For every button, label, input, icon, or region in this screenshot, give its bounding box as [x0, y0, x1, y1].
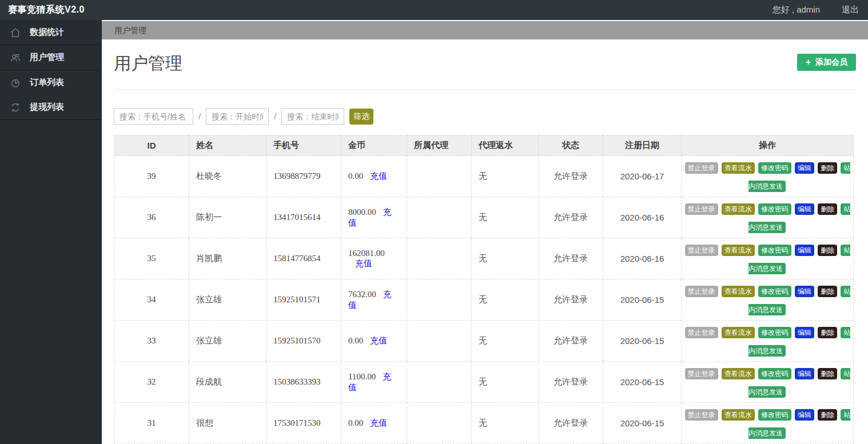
- topbar-right: 您好 , admin 退出: [773, 5, 868, 15]
- action-view-flow[interactable]: 查看流水: [722, 203, 755, 215]
- cell-name: 杜晓冬: [189, 156, 266, 197]
- refresh-icon: [10, 102, 21, 113]
- action-change-password[interactable]: 修改密码: [758, 368, 791, 379]
- action-view-flow[interactable]: 查看流水: [722, 162, 755, 174]
- cell-phone: 15814776854: [266, 238, 341, 279]
- coins-value: 0.00: [348, 336, 363, 345]
- action-ban-login[interactable]: 禁止登录: [685, 245, 718, 256]
- action-edit[interactable]: 编辑: [795, 162, 814, 174]
- col-header-status: 状态: [539, 135, 603, 156]
- action-ban-login[interactable]: 禁止登录: [685, 162, 718, 174]
- cell-coins: 1100.00充值: [341, 362, 407, 403]
- action-change-password[interactable]: 修改密码: [758, 162, 791, 174]
- coins-value: 162081.00: [348, 249, 385, 258]
- action-ban-login[interactable]: 禁止登录: [685, 286, 718, 297]
- table-row: 32 段成航 15038633393 1100.00充值 无 允许登录 2020…: [114, 362, 854, 403]
- cell-phone: 13417015614: [266, 197, 341, 238]
- add-member-label: 添加会员: [815, 57, 847, 67]
- action-edit[interactable]: 编辑: [795, 203, 814, 215]
- actions-cell: 禁止登录 查看流水 修改密码 编辑 删除 站内消息发送: [682, 321, 854, 362]
- cell-date: 2020-06-15: [603, 321, 682, 362]
- action-change-password[interactable]: 修改密码: [758, 286, 791, 297]
- sidebar-item-orders[interactable]: 订单列表: [0, 70, 102, 95]
- cell-coins: 0.00充值: [341, 321, 407, 362]
- action-edit[interactable]: 编辑: [795, 409, 814, 421]
- action-change-password[interactable]: 修改密码: [758, 327, 791, 338]
- action-view-flow[interactable]: 查看流水: [722, 327, 755, 338]
- cell-rebate: 无: [472, 238, 539, 279]
- actions-cell: 禁止登录 查看流水 修改密码 编辑 删除 站内消息发送: [682, 156, 854, 197]
- cell-agent: [407, 238, 472, 279]
- action-ban-login[interactable]: 禁止登录: [685, 368, 718, 379]
- action-delete[interactable]: 删除: [818, 162, 837, 174]
- cell-coins: 162081.00充值: [341, 238, 407, 279]
- cell-rebate: 无: [472, 279, 539, 321]
- separator-slash: /: [274, 111, 276, 121]
- action-view-flow[interactable]: 查看流水: [722, 368, 755, 379]
- cell-name: 陈初一: [189, 197, 266, 238]
- search-start-date-input[interactable]: [206, 108, 269, 125]
- cell-name: 肖凯鹏: [189, 238, 266, 279]
- sidebar-item-label: 提现列表: [30, 102, 64, 113]
- table-row: 35 肖凯鹏 15814776854 162081.00充值 无 允许登录 20…: [114, 238, 854, 279]
- col-header-coins: 金币: [341, 135, 407, 156]
- recharge-link[interactable]: 充值: [355, 259, 372, 268]
- cell-status: 允许登录: [539, 238, 603, 279]
- action-edit[interactable]: 编辑: [795, 245, 814, 256]
- recharge-link[interactable]: 充值: [370, 418, 387, 427]
- title-divider: [114, 89, 856, 90]
- user-table-body: 39 杜晓冬 13698879779 0.00充值 无 允许登录 2020-06…: [114, 156, 854, 444]
- sidebar-item-withdrawals[interactable]: 提现列表: [0, 95, 102, 119]
- recharge-link[interactable]: 充值: [370, 336, 387, 345]
- table-row: 36 陈初一 13417015614 8000.00充值 无 允许登录 2020…: [114, 197, 854, 238]
- col-header-rebate: 代理返水: [472, 135, 539, 156]
- add-member-button[interactable]: + 添加会员: [797, 54, 856, 71]
- action-view-flow[interactable]: 查看流水: [722, 286, 755, 297]
- recharge-link[interactable]: 充值: [370, 171, 387, 181]
- action-edit[interactable]: 编辑: [795, 327, 814, 338]
- cell-id: 36: [114, 197, 189, 238]
- action-ban-login[interactable]: 禁止登录: [685, 203, 718, 215]
- action-ban-login[interactable]: 禁止登录: [685, 409, 718, 421]
- action-edit[interactable]: 编辑: [795, 368, 814, 379]
- cell-date: 2020-06-17: [603, 156, 682, 197]
- col-header-actions: 操作: [682, 135, 854, 156]
- action-view-flow[interactable]: 查看流水: [722, 409, 755, 421]
- action-change-password[interactable]: 修改密码: [758, 409, 791, 421]
- action-delete[interactable]: 删除: [818, 368, 837, 379]
- breadcrumb: 用户管理: [102, 21, 868, 39]
- cell-phone: 15038633393: [266, 362, 341, 403]
- cell-rebate: 无: [472, 403, 539, 444]
- action-edit[interactable]: 编辑: [795, 286, 814, 297]
- search-keyword-input[interactable]: [114, 108, 193, 125]
- cell-date: 2020-06-15: [603, 279, 682, 321]
- action-change-password[interactable]: 修改密码: [758, 203, 791, 215]
- app-title: 赛事竞猜系统V2.0: [0, 4, 85, 16]
- sidebar: 数据统计 用户管理 订单列表 提现列表: [0, 20, 102, 444]
- action-delete[interactable]: 删除: [818, 286, 837, 297]
- cell-phone: 15925101571: [266, 279, 341, 321]
- action-view-flow[interactable]: 查看流水: [722, 245, 755, 256]
- coins-value: 0.00: [348, 171, 363, 181]
- action-change-password[interactable]: 修改密码: [758, 245, 791, 256]
- actions-cell: 禁止登录 查看流水 修改密码 编辑 删除 站内消息发送: [682, 362, 854, 403]
- cell-coins: 8000.00充值: [341, 197, 407, 238]
- cell-rebate: 无: [472, 362, 539, 403]
- action-ban-login[interactable]: 禁止登录: [685, 327, 718, 338]
- filter-submit-button[interactable]: 筛选: [349, 109, 373, 125]
- col-header-phone: 手机号: [266, 135, 341, 156]
- sidebar-item-users[interactable]: 用户管理: [0, 45, 102, 70]
- action-delete[interactable]: 删除: [818, 203, 837, 215]
- search-end-date-input[interactable]: [281, 108, 344, 125]
- logout-link[interactable]: 退出: [842, 5, 859, 15]
- cell-rebate: 无: [472, 321, 539, 362]
- table-header-row: ID 姓名 手机号 金币 所属代理 代理返水 状态 注册日期 操作: [114, 135, 854, 156]
- cell-rebate: 无: [472, 197, 539, 238]
- cell-agent: [407, 279, 472, 321]
- action-delete[interactable]: 删除: [818, 327, 837, 338]
- action-delete[interactable]: 删除: [818, 409, 837, 421]
- cell-id: 33: [114, 321, 189, 362]
- sidebar-item-stats[interactable]: 数据统计: [0, 20, 102, 45]
- action-delete[interactable]: 删除: [818, 245, 837, 256]
- col-header-agent: 所属代理: [407, 135, 472, 156]
